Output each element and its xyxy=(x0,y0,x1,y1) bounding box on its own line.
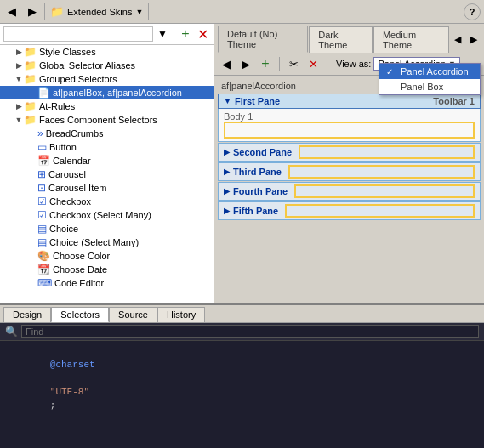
tree-label: Code Editor xyxy=(54,278,104,288)
right-scissors-button[interactable]: ✂ xyxy=(285,55,302,72)
tree-item-choose-date[interactable]: 📆 Choose Date xyxy=(0,263,214,276)
tree-item-at-rules[interactable]: ▶ 📁 At-Rules xyxy=(0,99,214,113)
help-button[interactable]: ? xyxy=(464,3,481,20)
filter-button[interactable]: ▼ xyxy=(155,26,170,42)
bottom-tabs: Design Selectors Source History xyxy=(0,305,484,323)
component-icon: 📅 xyxy=(37,155,50,167)
view-as-label: View as: xyxy=(336,59,371,69)
tree-label: BreadCrumbs xyxy=(46,128,104,139)
tab-scroll-left[interactable]: ◀ xyxy=(452,31,465,47)
tree-item-choice[interactable]: ▤ Choice xyxy=(0,222,214,235)
dropdown-option-label-1: Panel Accordion xyxy=(401,66,469,77)
tree-item-code-editor[interactable]: ⌨ Code Editor xyxy=(0,276,214,290)
code-space xyxy=(50,373,56,383)
folder-icon: 📁 xyxy=(24,60,37,71)
tree-item-faces-component[interactable]: ▼ 📁 Faces Component Selectors xyxy=(0,113,214,127)
remove-button[interactable]: ✕ xyxy=(195,26,210,42)
tree-label: Checkbox (Select Many) xyxy=(49,210,151,220)
tree-item-grouped-selectors[interactable]: ▼ 📁 Grouped Selectors xyxy=(0,72,214,86)
tab-medium-theme[interactable]: Medium Theme xyxy=(373,26,449,53)
tab-source[interactable]: Source xyxy=(109,307,157,322)
tree-item-choice-select-many[interactable]: ▤ Choice (Select Many) xyxy=(0,235,214,249)
panel-label-5: Fifth Pane xyxy=(233,206,278,216)
panel-label-2: Second Pane xyxy=(233,147,292,157)
folder-icon: 📁 xyxy=(24,100,37,112)
accordion-panel-5: ▶ Fifth Pane xyxy=(218,201,481,220)
right-forward-button[interactable]: ▶ xyxy=(237,55,254,72)
expand-icon xyxy=(27,88,37,98)
expand-icon xyxy=(27,264,37,275)
tab-history[interactable]: History xyxy=(157,307,205,322)
code-line-blank xyxy=(5,426,479,428)
tab-scroll-right[interactable]: ▶ xyxy=(467,31,481,47)
right-add-button[interactable]: + xyxy=(257,55,274,72)
find-icon: 🔍 xyxy=(5,326,18,337)
expand-icon xyxy=(27,128,37,139)
tree-item-global-selectors[interactable]: ▶ 📁 Global Selector Aliases xyxy=(0,59,214,72)
add-button[interactable]: + xyxy=(178,26,193,42)
theme-tabs: Default (No) Theme Dark Theme Medium The… xyxy=(214,24,484,53)
tree-item-button[interactable]: ▭ Button xyxy=(0,140,214,154)
tab-design[interactable]: Design xyxy=(3,307,51,322)
search-actions: ▼ + ✕ xyxy=(155,26,210,42)
folder-icon: 📁 xyxy=(50,5,64,18)
tree-item-panelbox-accordion[interactable]: 📄 af|panelBox, af|panelAccordion xyxy=(0,86,214,99)
tree-label: Style Classes xyxy=(39,47,96,57)
right-panel: Default (No) Theme Dark Theme Medium The… xyxy=(214,24,484,303)
accordion-header-3[interactable]: ▶ Third Pane xyxy=(218,162,481,181)
semicolon: ; xyxy=(50,400,56,411)
expand-icon xyxy=(27,183,37,193)
dropdown-item-panel-box[interactable]: Panel Box xyxy=(379,79,480,94)
dropdown-item-panel-accordion[interactable]: ✓ Panel Accordion xyxy=(379,64,480,79)
tree-item-checkbox-select-many[interactable]: ☑ Checkbox (Select Many) xyxy=(0,208,214,222)
triangle-icon: ▶ xyxy=(224,167,230,176)
component-icon: ⊞ xyxy=(37,168,46,180)
find-input[interactable] xyxy=(21,325,479,338)
code-find-bar: 🔍 xyxy=(0,323,484,341)
component-icon: ☑ xyxy=(37,209,47,221)
tab-selectors[interactable]: Selectors xyxy=(51,307,109,322)
accordion-header-5[interactable]: ▶ Fifth Pane xyxy=(218,201,481,220)
expand-icon xyxy=(27,196,37,207)
expand-icon xyxy=(27,210,37,220)
right-delete-button[interactable]: ✕ xyxy=(305,55,322,72)
accordion-header-2[interactable]: ▶ Second Pane xyxy=(218,143,481,162)
left-panel: ▼ + ✕ ▶ 📁 Style Classes ▶ 📁 Global Selec… xyxy=(0,24,214,303)
tab-default-theme[interactable]: Default (No) Theme xyxy=(218,26,308,53)
code-scroll[interactable]: @charset "UTF-8" ; /**ADFFaces_Skin_File… xyxy=(5,344,479,428)
tree-item-checkbox[interactable]: ☑ Checkbox xyxy=(0,195,214,208)
tree-item-carousel-item[interactable]: ⊡ Carousel Item xyxy=(0,181,214,195)
accordion-header-4[interactable]: ▶ Fourth Pane xyxy=(218,182,481,201)
tree-label: Carousel xyxy=(48,169,86,179)
expand-icon xyxy=(27,278,37,288)
tree-label: Button xyxy=(49,142,77,152)
component-icon: ⊡ xyxy=(37,182,46,194)
forward-button[interactable]: ▶ xyxy=(24,3,41,20)
tree-item-choose-color[interactable]: 🎨 Choose Color xyxy=(0,249,214,263)
accordion-header-1[interactable]: ▼ First Pane Toolbar 1 xyxy=(218,94,481,109)
expand-icon: ▼ xyxy=(14,115,24,125)
keyword-charset: @charset xyxy=(50,360,95,370)
back-button[interactable]: ◀ xyxy=(3,3,20,20)
tree-item-calendar[interactable]: 📅 Calendar xyxy=(0,154,214,167)
tree-label: Checkbox xyxy=(49,196,91,207)
accordion-panel-3: ▶ Third Pane xyxy=(218,162,481,181)
panel-label-3: Third Pane xyxy=(233,167,282,177)
panel-label-4: Fourth Pane xyxy=(233,186,288,196)
tree-item-carousel[interactable]: ⊞ Carousel xyxy=(0,167,214,181)
tree-label: Choose Date xyxy=(53,264,107,275)
code-line-1: @charset "UTF-8" ; xyxy=(5,344,479,426)
tree-item-breadcrumbs[interactable]: » BreadCrumbs xyxy=(0,127,214,140)
expand-icon: ▶ xyxy=(14,47,24,57)
file-selector[interactable]: 📁 Extended Skins ▼ xyxy=(44,3,149,20)
tree-item-style-classes[interactable]: ▶ 📁 Style Classes xyxy=(0,45,214,59)
toolbar-left: ◀ ▶ 📁 Extended Skins ▼ xyxy=(3,3,460,20)
component-icon: 🎨 xyxy=(37,250,50,262)
right-back-button[interactable]: ◀ xyxy=(218,55,235,72)
tab-dark-theme[interactable]: Dark Theme xyxy=(309,26,373,53)
search-input[interactable] xyxy=(3,26,153,42)
main-area: ▼ + ✕ ▶ 📁 Style Classes ▶ 📁 Global Selec… xyxy=(0,24,484,303)
toolbar-separator xyxy=(279,57,280,71)
triangle-icon: ▶ xyxy=(224,187,230,196)
code-editor: @charset "UTF-8" ; /**ADFFaces_Skin_File… xyxy=(0,341,484,448)
